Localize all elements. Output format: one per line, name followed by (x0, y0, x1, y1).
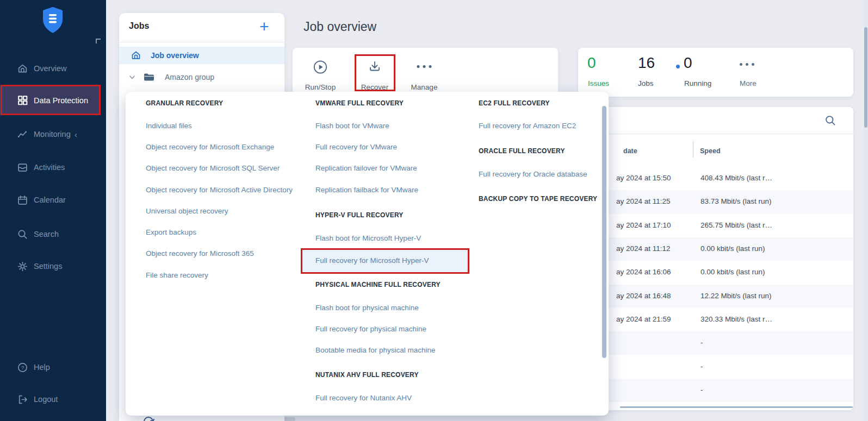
sidebar-item-monitoring[interactable]: Monitoring ‹ (0, 119, 106, 149)
run-stop-button[interactable]: Run/Stop (297, 53, 344, 90)
divider (119, 42, 284, 42)
menu-item[interactable]: Object recovery for Microsoft Exchange (146, 142, 274, 153)
issues-label[interactable]: Issues (588, 79, 609, 87)
ellipsis-icon (740, 63, 754, 66)
calendar-icon (17, 194, 28, 206)
menu-item[interactable]: Full recovery for physical machine (315, 324, 426, 335)
menu-section-vmware: VMWARE FULL RECOVERY (315, 98, 404, 109)
jobs-item-job-overview[interactable]: Job overview (119, 47, 284, 64)
pulse-icon (17, 129, 28, 140)
play-circle-icon (313, 60, 328, 74)
column-header-date[interactable]: date (623, 147, 637, 155)
menu-item[interactable]: Individual files (146, 121, 192, 131)
manage-button[interactable]: Manage (401, 53, 448, 90)
sidebar-item-label: Settings (34, 262, 62, 271)
jobs-stats-card: 0 Issues 16 Jobs 0 Running More (578, 48, 853, 97)
sidebar-item-label: Overview (34, 64, 66, 73)
logout-icon (17, 394, 28, 405)
inbox-icon (17, 162, 28, 173)
cell-speed: - (700, 362, 703, 370)
svg-text:?: ? (21, 365, 24, 370)
menu-item[interactable]: Object recovery for Microsoft SQL Server (146, 163, 280, 174)
sidebar: Overview Data Protection Monitoring ‹ Ac… (0, 0, 106, 421)
menu-section-physical: PHYSICAL MACHINE FULL RECOVERY (315, 279, 441, 290)
cell-date: ay 2024 at 11:25 (616, 197, 671, 205)
sidebar-item-label: Activities (34, 163, 65, 172)
manage-label: Manage (411, 83, 438, 91)
more-label[interactable]: More (740, 79, 757, 87)
horizontal-scrollbar[interactable] (620, 406, 853, 408)
menu-item[interactable]: Replication failback for VMware (315, 185, 418, 196)
menu-item[interactable]: Flash boot for physical machine (315, 303, 419, 313)
menu-item[interactable]: Flash boot for Microsoft Hyper-V (315, 233, 421, 244)
chevron-left-icon[interactable]: ‹ (75, 130, 77, 139)
search-icon (17, 229, 28, 240)
sidebar-item-search[interactable]: Search (0, 219, 106, 249)
sidebar-item-activities[interactable]: Activities (0, 152, 106, 183)
column-header-speed[interactable]: Speed (700, 147, 721, 155)
menu-item[interactable]: Full recovery for Nutanix AHV (315, 393, 412, 404)
sidebar-item-settings[interactable]: Settings (0, 251, 106, 281)
cell-speed: 83.73 Mbit/s (last run) (700, 197, 772, 205)
cell-speed: 0.00 kbit/s (last run) (700, 268, 765, 276)
jobs-item-label: Amazon group (165, 73, 214, 81)
sidebar-collapse-icon[interactable] (96, 39, 101, 43)
add-job-button[interactable]: + (259, 17, 269, 36)
cell-speed: 320.33 Mbit/s (last r… (700, 315, 772, 323)
page-scrollbar-thumb[interactable] (864, 27, 867, 128)
app-logo-shield-icon (40, 7, 65, 36)
sidebar-item-overview[interactable]: Overview (0, 53, 106, 84)
grid-icon (17, 95, 28, 106)
sidebar-item-label: Data Protection (34, 96, 88, 105)
jobs-panel-scrollbar-fragment[interactable] (283, 417, 295, 421)
folder-icon (143, 72, 155, 85)
sidebar-item-logout[interactable]: Logout (0, 384, 106, 414)
cell-date: ay 2024 at 17:10 (616, 221, 671, 229)
menu-item[interactable]: Full recovery for VMware (315, 142, 397, 153)
sidebar-item-label: Calendar (34, 196, 66, 204)
sidebar-item-label: Logout (34, 395, 58, 404)
chevron-down-icon[interactable] (128, 73, 136, 83)
recover-button[interactable]: Recover (351, 53, 398, 90)
issues-count: 0 (587, 53, 596, 73)
sidebar-item-data-protection[interactable]: Data Protection (0, 85, 100, 115)
cell-date: ay 2024 at 21:59 (616, 315, 671, 323)
jobs-label: Jobs (638, 79, 654, 87)
sidebar-item-label: Help (34, 363, 50, 372)
menu-section-oracle: ORACLE FULL RECOVERY (479, 146, 565, 156)
running-dot-icon (676, 65, 680, 68)
search-icon[interactable] (824, 115, 836, 127)
menu-item[interactable]: Full recovery for Amazon EC2 (479, 121, 576, 131)
menu-item[interactable]: Universal object recovery (146, 206, 228, 217)
menu-section-tape: BACKUP COPY TO TAPE RECOVERY (479, 193, 597, 204)
menu-section-granular: GRANULAR RECOVERY (146, 98, 223, 109)
sidebar-item-help[interactable]: ? Help (0, 352, 106, 382)
menu-scrollbar[interactable] (602, 106, 606, 358)
menu-section-hyperv: HYPER-V FULL RECOVERY (315, 210, 404, 221)
menu-item[interactable]: File share recovery (146, 270, 208, 281)
jobs-count: 16 (638, 53, 655, 73)
menu-item[interactable]: Bootable media for physical machine (315, 345, 436, 356)
menu-section-nutanix: NUTANIX AHV FULL RECOVERY (315, 369, 419, 380)
jobs-item-amazon-group[interactable]: Amazon group (119, 68, 284, 86)
cell-date: ay 2024 at 16:06 (616, 268, 671, 276)
download-recover-icon (368, 60, 382, 74)
home-icon (17, 63, 28, 74)
menu-item-selected[interactable]: Full recovery for Microsoft Hyper-V (315, 255, 429, 266)
menu-item[interactable]: Full recovery for Oracle database (479, 169, 587, 180)
jobs-panel-title: Jobs (129, 21, 149, 31)
menu-item[interactable]: Object recovery for Microsoft Active Dir… (146, 185, 293, 196)
running-count: 0 (684, 53, 692, 73)
cell-date: ay 2024 at 11:12 (616, 244, 671, 253)
cell-date: ay 2024 at 15:50 (616, 174, 671, 182)
sidebar-item-label: Search (34, 230, 59, 238)
menu-item[interactable]: Export backups (146, 227, 196, 238)
recover-label: Recover (361, 83, 388, 91)
menu-item[interactable]: Object recovery for Microsoft 365 (146, 248, 254, 259)
menu-item[interactable]: Replication failover for VMware (315, 163, 417, 174)
sidebar-item-calendar[interactable]: Calendar (0, 185, 106, 215)
menu-section-ec2: EC2 FULL RECOVERY (479, 98, 550, 109)
page-title: Job overview (303, 20, 376, 34)
run-stop-label: Run/Stop (305, 83, 336, 91)
menu-item[interactable]: Flash boot for VMware (315, 121, 389, 131)
